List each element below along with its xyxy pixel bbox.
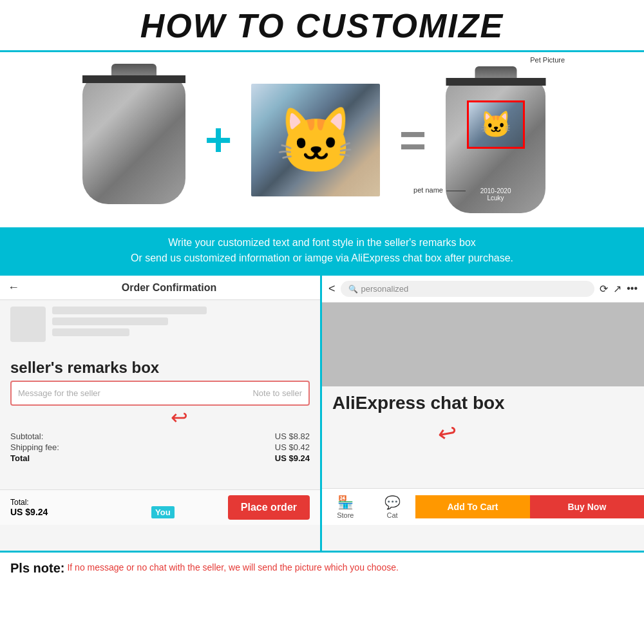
total-label: Total xyxy=(10,453,30,463)
subtotal-value: US $8.82 xyxy=(275,431,310,441)
order-content xyxy=(0,300,320,354)
subtotal-label: Subtotal: xyxy=(10,431,43,441)
page-header: HOW TO CUSTOMIZE xyxy=(0,0,644,52)
place-order-button[interactable]: Place order xyxy=(228,495,310,520)
pls-note-bold: Pls note: xyxy=(10,559,64,577)
seller-input-box[interactable]: Message for the seller Note to seller xyxy=(10,381,310,406)
buy-now-button[interactable]: Buy Now xyxy=(530,495,644,518)
note-placeholder: Note to seller xyxy=(252,388,302,398)
share-icon[interactable]: ↗ xyxy=(613,283,621,295)
customization-demo: + = Pet Picture 🐱 2010-2020 Lcuky pet na… xyxy=(0,52,644,227)
right-panel-header: < 🔍 personalized ⟳ ↗ ••• xyxy=(322,276,644,303)
back-arrow-left[interactable]: ← xyxy=(8,281,19,294)
store-tab[interactable]: 🏪 Store xyxy=(322,492,369,522)
curved-arrow-left: ↩ xyxy=(171,407,188,428)
left-panel: ← Order Confirmation seller's remarks bo… xyxy=(0,276,322,551)
you-overlay: You xyxy=(151,506,175,518)
chat-box-label: AliExpress chat box xyxy=(322,386,644,417)
chat-footer: 🏪 Store 💬 Cat Add To Cart Buy Now xyxy=(322,488,644,525)
urn-text-overlay: 2010-2020 Lcuky xyxy=(480,187,511,202)
shipping-value: US $0.42 xyxy=(275,442,310,452)
add-to-cart-button[interactable]: Add To Cart xyxy=(415,495,529,518)
back-arrow-right[interactable]: < xyxy=(328,282,336,296)
instruction-line1: Write your customized text and font styl… xyxy=(19,235,625,251)
instruction-bar: Write your customized text and font styl… xyxy=(0,227,644,274)
equals-icon: = xyxy=(399,117,426,163)
left-panel-header: ← Order Confirmation xyxy=(0,276,320,300)
search-bar[interactable]: 🔍 personalized xyxy=(341,281,595,297)
plus-icon: + xyxy=(205,117,232,163)
instruction-line2: Or send us customized information or iam… xyxy=(19,251,625,266)
bottom-note-text: If no message or no chat with the seller… xyxy=(67,562,398,574)
footer-total: Total: US $9.24 xyxy=(10,498,48,517)
order-confirmation-title: Order Confirmation xyxy=(26,282,312,294)
right-panel: < 🔍 personalized ⟳ ↗ ••• AliExpress chat… xyxy=(322,276,644,551)
pet-photo-overlay: 🐱 xyxy=(467,100,525,149)
cat-photo xyxy=(251,84,380,196)
chat-grey-area xyxy=(322,303,644,386)
chat-icon: 💬 xyxy=(384,495,401,510)
store-icon: 🏪 xyxy=(337,495,354,510)
more-icon[interactable]: ••• xyxy=(627,283,638,295)
panels-container: ← Order Confirmation seller's remarks bo… xyxy=(0,274,644,551)
search-icon: 🔍 xyxy=(348,285,358,294)
total-value: US $9.24 xyxy=(275,453,310,463)
refresh-icon[interactable]: ⟳ xyxy=(600,283,608,295)
bottom-note: Pls note: If no message or no chat with … xyxy=(0,551,644,583)
result-urn-container: Pet Picture 🐱 2010-2020 Lcuky pet name xyxy=(446,64,562,216)
order-totals: Subtotal: US $8.82 Shipping fee: US $0.4… xyxy=(0,428,320,468)
store-label: Store xyxy=(337,511,354,519)
header-icons: ⟳ ↗ ••• xyxy=(600,283,638,295)
cat-label: Cat xyxy=(386,511,397,519)
main-title: HOW TO CUSTOMIZE xyxy=(0,6,644,45)
search-text: personalized xyxy=(361,284,409,294)
plain-urn xyxy=(82,75,185,204)
pet-picture-label: Pet Picture xyxy=(530,56,565,64)
result-urn: 🐱 2010-2020 Lcuky xyxy=(446,78,545,213)
curved-arrow-right: ↩ xyxy=(436,419,460,449)
remarks-label: seller's remarks box xyxy=(0,359,320,377)
cat-tab[interactable]: 💬 Cat xyxy=(369,492,416,522)
shipping-label: Shipping fee: xyxy=(10,442,59,452)
pet-name-label: pet name xyxy=(413,186,443,194)
message-placeholder: Message for the seller xyxy=(18,388,100,398)
